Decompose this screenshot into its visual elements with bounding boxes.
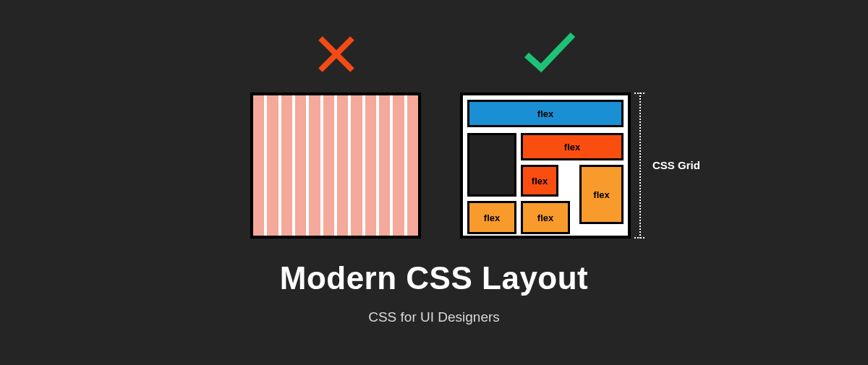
column-stripe [253, 95, 267, 236]
column-stripe [379, 95, 393, 236]
good-panel: flex flex flex flex flex flex [460, 93, 631, 239]
check-icon [521, 27, 579, 78]
page-title: Modern CSS Layout [0, 260, 868, 296]
column-stripe [407, 95, 418, 236]
bracket-line [639, 93, 641, 239]
bracket-bottom [634, 237, 644, 239]
flex-box-bl2: flex [521, 201, 570, 234]
column-stripe [351, 95, 365, 236]
bad-panel [250, 93, 421, 239]
cross-icon [315, 33, 358, 76]
page-subtitle: CSS for UI Designers [0, 309, 868, 325]
column-stripe [337, 95, 351, 236]
flex-box-tall: flex [579, 165, 624, 224]
flex-box-top: flex [467, 100, 624, 127]
flex-box-bl1: flex [467, 201, 516, 234]
flex-box-small: flex [521, 165, 558, 197]
column-stripe [393, 95, 407, 236]
flex-box-row2: flex [521, 133, 624, 160]
column-stripe [365, 95, 379, 236]
column-stripe [295, 95, 309, 236]
bracket-label: CSS Grid [652, 159, 700, 171]
column-stripe [267, 95, 281, 236]
column-stripe [323, 95, 337, 236]
flex-box-dark [467, 133, 516, 197]
column-stripe [309, 95, 323, 236]
column-stripe [281, 95, 295, 236]
diagram-canvas: flex flex flex flex flex flex CSS Grid M… [0, 0, 868, 365]
